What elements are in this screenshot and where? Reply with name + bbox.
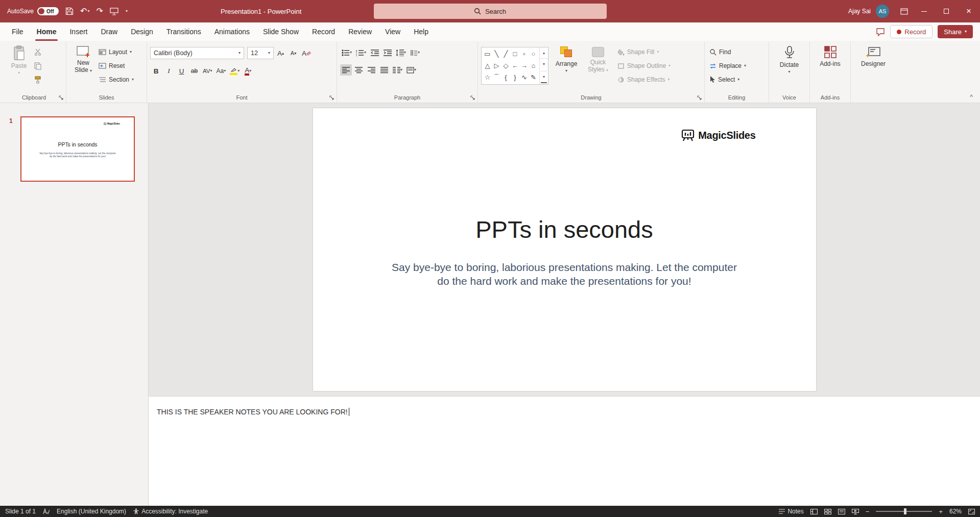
start-slideshow-icon[interactable] <box>110 8 118 15</box>
replace-button[interactable]: Replace ▾ <box>708 60 748 71</box>
cut-button[interactable] <box>33 46 43 58</box>
format-painter-button[interactable] <box>33 74 43 85</box>
paragraph-dialog-launcher[interactable] <box>470 95 475 101</box>
shape-effects-button[interactable]: Shape Effects ▾ <box>616 74 672 85</box>
avatar[interactable]: AS <box>876 5 889 18</box>
align-center-button[interactable] <box>353 64 365 76</box>
shape-diamond[interactable]: ◇ <box>501 61 510 71</box>
layout-button[interactable]: Layout ▾ <box>97 46 135 58</box>
tab-slide-show[interactable]: Slide Show <box>256 22 305 41</box>
shape-line2[interactable]: ╱ <box>501 49 510 59</box>
shape-scribble[interactable]: ∿ <box>520 72 529 83</box>
tab-draw[interactable]: Draw <box>94 22 124 41</box>
slideshow-view-button[interactable] <box>852 509 859 514</box>
save-icon[interactable] <box>65 7 74 15</box>
maximize-button[interactable] <box>935 0 958 22</box>
decrease-indent-button[interactable] <box>369 47 380 58</box>
gallery-more-icon[interactable]: ▾ <box>541 71 547 83</box>
collapse-ribbon-chevron[interactable]: ^ <box>970 93 973 101</box>
clipboard-dialog-launcher[interactable] <box>59 95 64 101</box>
zoom-slider-thumb[interactable] <box>904 508 906 514</box>
tab-home[interactable]: Home <box>30 22 63 41</box>
select-button[interactable]: Select ▾ <box>708 74 748 85</box>
shape-triangle[interactable]: △ <box>483 61 492 71</box>
slide-subtitle[interactable]: Say bye-bye to boring, laborious present… <box>391 260 738 288</box>
drawing-dialog-launcher[interactable] <box>697 95 702 101</box>
shape-rectangle[interactable]: □ <box>511 49 519 59</box>
section-button[interactable]: Section ▾ <box>97 74 135 85</box>
text-direction-button[interactable]: ▾ <box>409 47 421 58</box>
tab-file[interactable]: File <box>5 22 30 41</box>
slide[interactable]: MagicSlides PPTs in seconds Say bye-bye … <box>313 108 816 391</box>
tab-help[interactable]: Help <box>407 22 435 41</box>
ribbon-display-options-icon[interactable] <box>895 0 913 22</box>
shape-rounded-rectangle[interactable]: ▫ <box>520 49 529 59</box>
paste-button[interactable]: Paste ▾ <box>5 43 33 87</box>
tab-insert[interactable]: Insert <box>63 22 94 41</box>
bold-button[interactable]: B <box>150 65 162 77</box>
close-button[interactable]: × <box>958 0 980 22</box>
zoom-level[interactable]: 62% <box>949 508 962 515</box>
increase-indent-button[interactable] <box>381 47 393 58</box>
italic-button[interactable]: I <box>163 65 175 77</box>
shape-outline-button[interactable]: Shape Outline ▾ <box>616 60 672 71</box>
undo-button[interactable]: ↶ ▾ <box>80 7 89 15</box>
speaker-notes-pane[interactable]: THIS IS THE SPEAKER NOTES YOU ARE LOOKIN… <box>149 396 980 506</box>
reading-view-button[interactable] <box>838 509 845 514</box>
slide-thumbnail[interactable]: MagicSlides PPTs in seconds Say bye-bye … <box>20 116 135 182</box>
language-indicator[interactable]: English (United Kingdom) <box>57 508 126 515</box>
numbering-button[interactable]: ▾ <box>354 47 368 58</box>
fit-slide-to-window-button[interactable] <box>968 509 975 514</box>
tab-design[interactable]: Design <box>124 22 160 41</box>
shapes-gallery[interactable]: ▭ ╲ ╱ □ ▫ ○ △ ▷ ◇ ← → <box>481 47 548 85</box>
autosave-toggle[interactable]: AutoSave Off <box>7 7 59 15</box>
shape-fill-button[interactable]: Shape Fill ▾ <box>616 46 672 58</box>
minimize-button[interactable] <box>913 0 935 22</box>
find-button[interactable]: Find <box>708 46 748 58</box>
tab-view[interactable]: View <box>378 22 407 41</box>
gallery-scroll-up-icon[interactable]: ▴ <box>540 47 548 58</box>
gallery-scroll-down-icon[interactable]: ▾ <box>540 58 548 69</box>
font-dialog-launcher[interactable] <box>329 95 334 101</box>
zoom-slider[interactable] <box>876 511 932 512</box>
shape-arrow-right[interactable]: → <box>520 61 529 71</box>
autosave-switch[interactable]: Off <box>37 7 59 15</box>
columns-button[interactable]: ▾ <box>391 64 404 76</box>
share-button[interactable]: Share ▾ <box>938 25 973 38</box>
redo-button[interactable]: ↷ <box>96 7 103 15</box>
slide-title[interactable]: PPTs in seconds <box>313 215 816 243</box>
shape-line[interactable]: ╲ <box>492 49 501 59</box>
strikethrough-button[interactable]: ab <box>188 65 200 77</box>
shape-oval[interactable]: ○ <box>529 49 538 59</box>
zoom-in-button[interactable]: + <box>939 508 943 515</box>
font-name-combobox[interactable]: Calibri (Body) ▾ <box>150 47 244 59</box>
change-case-button[interactable]: Aa ▾ <box>215 65 228 77</box>
dictate-button[interactable]: Dictate ▾ <box>776 43 803 87</box>
slide-sorter-view-button[interactable] <box>824 509 831 514</box>
designer-button[interactable]: Designer <box>859 43 887 87</box>
copy-button[interactable] <box>33 60 43 71</box>
decrease-font-size-button[interactable]: A▾ <box>288 47 299 59</box>
font-color-button[interactable]: A ▾ <box>242 65 254 77</box>
clear-formatting-button[interactable]: A <box>300 47 313 59</box>
increase-font-size-button[interactable]: A▴ <box>275 47 286 59</box>
record-button[interactable]: Record <box>890 25 933 38</box>
align-text-button[interactable]: ▾ <box>405 64 418 76</box>
align-left-button[interactable] <box>340 64 352 76</box>
spell-check-icon[interactable] <box>43 508 50 514</box>
shape-home[interactable]: ⌂ <box>529 61 538 71</box>
accessibility-checker[interactable]: Accessibility: Investigate <box>133 508 208 515</box>
character-spacing-button[interactable]: AV ▾ <box>201 65 214 77</box>
shape-freeform[interactable]: ✎ <box>529 72 538 83</box>
tab-review[interactable]: Review <box>342 22 378 41</box>
bullets-button[interactable]: ▾ <box>340 47 353 58</box>
search-box[interactable]: Search <box>374 4 607 19</box>
normal-view-button[interactable] <box>810 509 818 514</box>
justify-button[interactable] <box>378 64 390 76</box>
tab-animations[interactable]: Animations <box>208 22 256 41</box>
underline-button[interactable]: U <box>176 65 187 77</box>
text-highlight-color-button[interactable]: ▾ <box>228 65 241 77</box>
notes-toggle-button[interactable]: Notes <box>779 508 803 515</box>
shape-arrow-left[interactable]: ← <box>511 61 519 71</box>
align-right-button[interactable] <box>366 64 377 76</box>
